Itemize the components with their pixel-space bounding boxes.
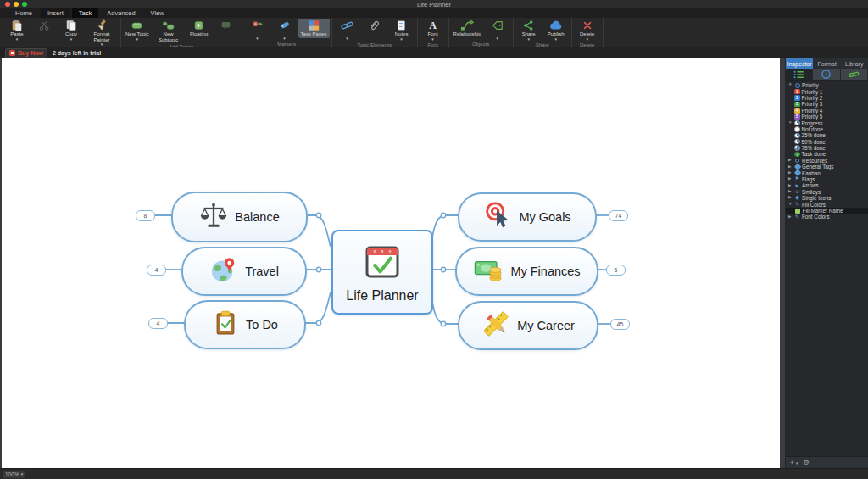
collapse-arrow-icon[interactable]: ▼ xyxy=(788,83,793,87)
tree-group-resources[interactable]: ▶ Resources xyxy=(786,158,868,164)
sidebar-tabs: Inspector Format Library xyxy=(786,58,868,69)
single-icons-icon: ◆ xyxy=(794,195,800,201)
topic-count-badge[interactable]: 5 xyxy=(606,265,626,276)
delete-button[interactable]: Delete ▾ xyxy=(574,19,601,42)
tab-view[interactable]: View xyxy=(144,8,171,18)
progress-0-icon xyxy=(794,126,800,132)
tree-group-priority[interactable]: ▼ Priority xyxy=(786,82,868,88)
tree-group-fill-colors[interactable]: ▼ ✎ Fill Colors xyxy=(786,201,868,207)
expand-arrow-icon[interactable]: ▶ xyxy=(788,177,793,181)
label-button[interactable]: ▾ xyxy=(484,19,511,41)
progress-25-icon xyxy=(794,133,800,139)
hyperlink-tab[interactable] xyxy=(841,69,868,80)
app-logo-icon xyxy=(9,50,15,56)
topic-my-career[interactable]: My Career xyxy=(458,301,598,350)
tree-item-priority-3[interactable]: 3 Priority 3 xyxy=(786,101,868,107)
tab-library[interactable]: Library xyxy=(841,58,868,69)
font-button[interactable]: A Font ▾ xyxy=(420,19,447,42)
attachment-button[interactable] xyxy=(361,19,388,37)
tab-inspector[interactable]: Inspector xyxy=(786,58,813,69)
tree-item-not-done[interactable]: Not done xyxy=(786,126,868,132)
tree-item-task-done[interactable]: Task done xyxy=(786,151,868,157)
gear-icon[interactable]: ⚙ xyxy=(803,460,809,466)
topic-label: To Do xyxy=(246,318,278,331)
expand-arrow-icon[interactable]: ▶ xyxy=(788,165,793,170)
task-panes-button[interactable]: Task Panes xyxy=(298,19,330,38)
topic-count-badge[interactable]: 74 xyxy=(609,210,628,221)
add-marker-button[interactable]: + ▾ xyxy=(790,460,798,466)
topic-my-goals[interactable]: My Goals xyxy=(458,192,597,242)
topic-count-badge[interactable]: 4 xyxy=(148,318,168,329)
share-button[interactable]: Share ▾ xyxy=(515,19,542,42)
topic-count-badge[interactable]: 45 xyxy=(610,319,630,330)
tag-markers-button[interactable]: ▾ xyxy=(271,19,298,41)
topic-travel[interactable]: Travel xyxy=(181,247,307,296)
titlebar: Life Planner xyxy=(0,0,868,8)
callout-icon xyxy=(220,19,231,31)
priority-markers-icon xyxy=(252,19,264,31)
trial-message: 2 days left in trial xyxy=(53,50,101,56)
flags-icon: ⚑ xyxy=(794,176,800,182)
tree-item-75-done[interactable]: 75% done xyxy=(786,145,868,151)
zoom-control[interactable]: 100% ▾ xyxy=(3,471,25,478)
tree-item-priority-5[interactable]: 5 Priority 5 xyxy=(786,114,868,120)
floating-topic-button[interactable]: Floating xyxy=(186,19,213,38)
paste-button[interactable]: Paste ▾ xyxy=(3,19,31,42)
buy-now-button[interactable]: Buy Now xyxy=(5,48,47,58)
hyperlink-button[interactable]: ▾ xyxy=(334,19,361,41)
caret-down-icon: ▾ xyxy=(527,37,530,41)
copy-button[interactable]: Copy ▾ xyxy=(58,19,85,42)
tab-advanced[interactable]: Advanced xyxy=(100,8,142,18)
trial-banner: Buy Now 2 days left in trial xyxy=(0,47,868,58)
tree-item-25-done[interactable]: 25% done xyxy=(786,132,868,138)
tab-task[interactable]: Task xyxy=(72,8,98,18)
expand-arrow-icon[interactable]: ▶ xyxy=(788,215,793,220)
tree-group-kanban[interactable]: ▶ Kanban xyxy=(786,170,868,175)
collapse-arrow-icon[interactable]: ▼ xyxy=(788,121,793,125)
font-colors-icon: ✎ xyxy=(794,214,800,220)
collapse-arrow-icon[interactable]: ▼ xyxy=(788,203,793,207)
mindmap-canvas[interactable]: Life Planner Balance Travel To Do My Goa… xyxy=(0,58,785,468)
topic-my-finances[interactable]: My Finances xyxy=(455,247,598,296)
tree-item-priority-4[interactable]: 4 Priority 4 xyxy=(786,108,868,114)
format-painter-button[interactable]: Format Painter ▾ xyxy=(85,19,119,47)
callout-button[interactable] xyxy=(213,19,240,37)
new-topic-button[interactable]: New Topic ▾ xyxy=(123,19,152,42)
new-subtopic-button[interactable]: New Subtopic xyxy=(152,19,186,43)
balance-scale-icon xyxy=(199,201,228,233)
topic-count-badge[interactable]: 4 xyxy=(147,265,166,276)
sidebar-bottom-toolbar: + ▾ ⚙ xyxy=(786,456,868,468)
priority-markers-button[interactable]: ▾ xyxy=(244,19,271,41)
expand-arrow-icon[interactable]: ▶ xyxy=(788,159,793,163)
expand-arrow-icon[interactable]: ▶ xyxy=(788,196,793,200)
topic-to-do[interactable]: To Do xyxy=(184,300,306,349)
tree-item-50-done[interactable]: 50% done xyxy=(786,139,868,145)
tree-group-general-tags[interactable]: ▶ General Tags xyxy=(786,164,868,170)
resources-icon xyxy=(795,159,800,164)
ribbon-group-share: Share ▾ Publish ▾ Share xyxy=(514,18,572,47)
target-cursor-icon xyxy=(483,201,512,233)
cut-button[interactable] xyxy=(31,19,58,37)
markers-list-tab[interactable] xyxy=(786,69,813,80)
topic-balance[interactable]: Balance xyxy=(171,192,308,242)
priority-group-icon xyxy=(795,83,800,88)
caret-down-icon: ▾ xyxy=(586,37,588,41)
notes-button[interactable]: Notes ▾ xyxy=(388,19,415,42)
topic-life-planner[interactable]: Life Planner xyxy=(331,230,433,315)
tab-insert[interactable]: Insert xyxy=(41,8,70,18)
tree-group-progress[interactable]: ▼ Progress xyxy=(786,120,868,125)
tree-item-priority-1[interactable]: 1 Priority 1 xyxy=(786,88,868,94)
expand-arrow-icon[interactable]: ▶ xyxy=(788,171,793,175)
tree-group-font-colors[interactable]: ▶ ✎ Font Colors xyxy=(786,214,868,220)
publish-button[interactable]: Publish ▾ xyxy=(542,19,570,42)
caret-down-icon: ▾ xyxy=(256,36,259,40)
expand-arrow-icon[interactable]: ▶ xyxy=(788,184,793,188)
relationship-button[interactable]: Relationship xyxy=(451,19,484,38)
task-info-tab[interactable] xyxy=(813,69,840,80)
tree-item-priority-2[interactable]: 2 Priority 2 xyxy=(786,95,868,101)
tab-home[interactable]: Home xyxy=(8,8,39,18)
tab-format[interactable]: Format xyxy=(813,58,840,69)
expand-arrow-icon[interactable]: ▶ xyxy=(788,190,793,194)
topic-count-badge[interactable]: 8 xyxy=(136,210,155,221)
markers-tree: ▼ Priority 1 Priority 1 2 Priority 2 3 P… xyxy=(786,81,868,456)
